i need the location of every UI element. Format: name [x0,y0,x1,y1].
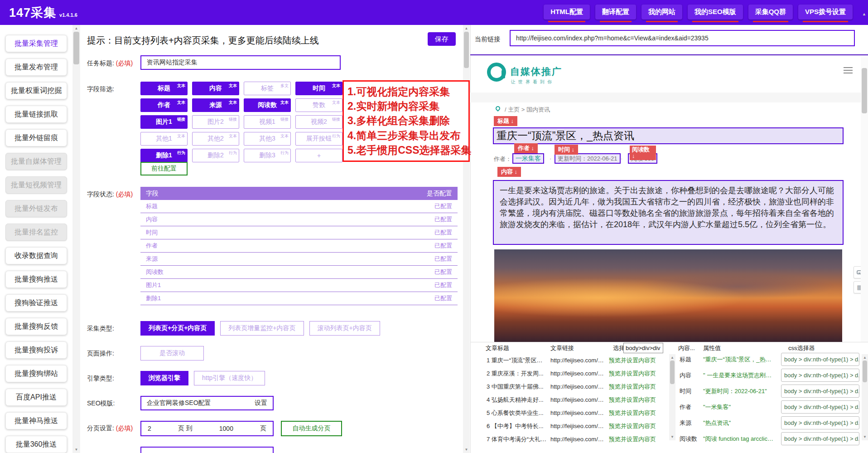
scroll-down-icon[interactable]: ▼ [463,448,470,452]
scroll-thumb[interactable] [670,360,675,384]
collect-type-options: 列表页+分页+内容页列表页增量监控+内容页滚动列表页+内容页 [140,321,380,336]
preview-set-content-link[interactable]: 预览并设置内容页 [609,433,665,446]
field-filter-button[interactable]: + [295,149,342,162]
page-to-input[interactable]: 1000 [219,425,233,432]
sidebar-item[interactable]: 批量链接抓取 [5,106,67,123]
sidebar-item[interactable]: 批量外链留痕 [5,129,67,146]
task-title-input[interactable]: 资讯网站指定采集 [140,55,341,70]
field-filter-button[interactable]: 其他3 文本 [244,132,291,146]
collect-type-option[interactable]: 列表页+分页+内容页 [140,321,215,336]
field-filter-button[interactable]: 视频2 链接 [295,115,342,129]
save-button[interactable]: 保存 [428,32,456,46]
list-selector-input[interactable]: body>div>div [623,343,663,353]
css-selector-input[interactable]: body > div:nth-of-type(1) > d... [781,385,859,398]
nav-item[interactable]: 翻译配置 [595,5,636,19]
field-filter-button[interactable]: 时间 文本 [295,82,342,95]
scroll-up-icon[interactable]: ▲ [862,356,868,360]
nav-item[interactable]: 采集QQ群 [748,5,793,19]
preview-set-content-link[interactable]: 预览并设置内容页 [609,380,665,393]
sidebar-item[interactable]: 批量360推送 [5,436,67,453]
page-action-option[interactable]: 是否滚动 [140,346,204,360]
css-selector-input[interactable]: body > div:nth-of-type(1) > d... [781,432,859,445]
engine-type-option[interactable]: 浏览器引擎 [140,371,188,385]
field-filter-button[interactable]: 作者 文本 [140,98,188,112]
scroll-up-icon[interactable]: ▲ [463,26,470,30]
preview-set-content-link[interactable]: 预览并设置内容页 [609,393,665,406]
attr-value: " 一生是要来这场贾志刚的旅... [703,368,776,383]
nav-item[interactable]: HTML配置 [544,5,590,19]
sidebar-item[interactable]: 百度API推送 [5,389,67,406]
meta-separator: · [621,155,622,162]
scroll-up-icon[interactable]: ▲ [72,26,80,30]
field-filter-button[interactable]: 删除2 行为 [192,149,239,162]
sidebar-item[interactable]: 批量搜狗推送 [5,271,67,288]
article-author[interactable]: 一米集客 [512,153,544,164]
scroll-down-icon[interactable]: ▼ [862,435,868,439]
field-filter-button[interactable]: 图片1 链接 [140,115,188,129]
sidebar-item[interactable]: 批量权重词挖掘 [5,82,67,99]
sidebar-item[interactable]: 批量采集管理 [5,35,67,52]
field-filter-button[interactable]: 删除1 行为 [140,149,188,162]
page-from-input[interactable]: 2 [148,425,151,432]
current-link-input[interactable]: http://feijiseo.com/index.php?m=home&c=V… [510,30,855,46]
css-selector-input[interactable]: body > div:nth-of-type(1) > d... [781,416,859,429]
sidebar-item[interactable]: 批量搜狗反馈 [5,318,67,335]
seo-template-select[interactable]: 企业官网装修SEO配置 设置 [140,396,274,410]
sidebar-item[interactable]: 批量自媒体管理 [5,153,67,170]
menu-icon[interactable] [844,67,853,73]
scroll-down-icon[interactable]: ▼ [669,435,675,439]
field-filter-button[interactable]: 展开按钮 行为 [295,132,342,146]
page-scroll-up-icon[interactable]: ▲ [862,12,866,16]
field-filter-button[interactable]: 赞数 文本 [295,98,342,112]
sidebar-item[interactable]: 批量短视频管理 [5,176,67,194]
field-filter-button[interactable]: 内容 文本 [192,82,239,95]
field-filter-button[interactable]: 其他2 文本 [192,132,239,146]
article-time[interactable]: 更新时间：2022-06-21 [555,153,621,164]
sidebar-item[interactable]: 批量发布管理 [5,58,67,76]
scroll-thumb[interactable] [863,360,867,382]
scroll-thumb[interactable] [464,32,469,68]
go-configure-button[interactable]: 前往配置 [140,162,188,175]
engine-type-option[interactable]: http引擎（速度快） [194,371,265,385]
preview-set-content-link[interactable]: 预览并设置内容页 [609,419,665,433]
field-filter-button[interactable]: 标签 多文 [244,82,291,95]
field-filter-button[interactable]: 删除3 行为 [244,149,291,162]
breadcrumb[interactable]: / 主页 > 国内资讯 [505,106,550,114]
collect-type-option[interactable]: 滚动列表页+内容页 [309,321,380,336]
sidebar-item[interactable]: 批量排名监控 [5,224,67,241]
css-selector-input[interactable]: body > div:nth-of-type(1) > d... [781,369,859,382]
field-filter-button[interactable]: 其他1 文本 [140,132,188,146]
sidebar-item[interactable]: 批量外链发布 [5,200,67,217]
field-filter-button[interactable]: 图片2 链接 [192,115,239,129]
auto-generate-pages-button[interactable]: 自动生成分页 [281,421,342,436]
clipped-input[interactable] [140,447,274,453]
field-filter-button[interactable]: 标题 文本 [140,82,188,95]
article-title[interactable]: 重庆一“顶流”景区，_热点资讯 [493,127,844,144]
field-status-row: 标题 已配置 [140,200,458,213]
preview-set-content-link[interactable]: 预览并设置内容页 [609,354,665,367]
css-selector-input[interactable]: body > div:nth-of-type(1) > d... [781,400,859,414]
seo-settings-button[interactable]: 设置 [255,399,267,407]
sidebar-item[interactable]: 收录数据查询 [5,247,67,264]
scroll-up-icon[interactable]: ▲ [669,356,675,360]
field-filter-button[interactable]: 阅读数 文本 [244,98,291,112]
sidebar-item[interactable]: 批量搜狗绑站 [5,365,67,382]
site-tagline: 让世界看到你 [511,79,555,85]
article-content[interactable]: 一生是要来这场贾志刚的旅途。关于出去旅途，你种叠想到的会是去哪旅途呢？大部分人可… [493,180,844,245]
preview-set-content-link[interactable]: 预览并设置内容页 [609,367,665,380]
preview-set-content-link[interactable]: 预览并设置内容页 [609,406,665,419]
scroll-down-icon[interactable]: ▼ [72,448,80,452]
sidebar-item[interactable]: 搜狗验证推送 [5,294,67,312]
nav-item[interactable]: 我的网站 [641,5,682,19]
nav-item[interactable]: 我的SEO模版 [688,5,743,19]
sidebar-item[interactable]: 批量神马推送 [5,412,67,429]
field-filter-button[interactable]: 来源 文本 [192,98,239,112]
collect-type-option[interactable]: 列表页增量监控+内容页 [220,321,304,336]
article-link-cell: http://feijiseo.com/in... [550,419,604,433]
css-selector-input[interactable]: body > div:nth-of-type(1) > d... [781,353,859,366]
field-filter-button[interactable]: 视频1 链接 [244,115,291,129]
scroll-thumb[interactable] [862,68,867,113]
scroll-thumb[interactable] [73,32,79,64]
nav-item[interactable]: VPS拨号设置 [798,5,853,19]
sidebar-item[interactable]: 批量搜狗投诉 [5,341,67,359]
